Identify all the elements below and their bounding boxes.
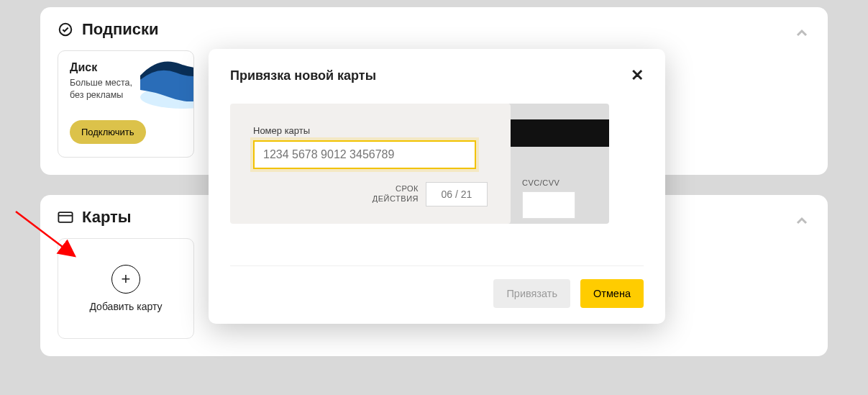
subscription-tile-disk: Диск Больше места, без рекламы Подключит… — [58, 50, 194, 158]
add-card-label: Добавить карту — [89, 301, 162, 312]
cvc-input[interactable] — [522, 191, 575, 219]
checkmark-circle-icon — [58, 22, 73, 37]
plus-circle-icon: + — [111, 265, 140, 294]
bind-card-modal: Привязка новой карты ✕ Номер карты СРОК … — [209, 49, 665, 324]
collapse-chevron-icon[interactable] — [793, 24, 810, 45]
submit-button[interactable]: Привязать — [493, 279, 570, 308]
modal-title: Привязка новой карты — [230, 68, 376, 83]
disk-art-icon — [140, 50, 194, 109]
add-card-tile[interactable]: + Добавить карту — [58, 238, 194, 339]
svg-rect-2 — [58, 212, 72, 222]
card-number-label: Номер карты — [253, 125, 488, 136]
close-icon[interactable]: ✕ — [631, 68, 644, 83]
collapse-chevron-icon[interactable] — [793, 212, 810, 232]
divider — [230, 265, 644, 266]
expiry-input[interactable] — [426, 182, 488, 206]
cancel-button[interactable]: Отмена — [580, 279, 644, 308]
subscriptions-header: Подписки — [58, 20, 810, 39]
card-front: Номер карты СРОК ДЕЙСТВИЯ — [230, 104, 511, 224]
card-icon — [58, 211, 73, 224]
subscriptions-title: Подписки — [82, 20, 159, 39]
connect-button[interactable]: Подключить — [70, 120, 146, 144]
card-number-input[interactable] — [253, 140, 476, 169]
expiry-label: СРОК ДЕЙСТВИЯ — [373, 184, 419, 204]
cards-title: Карты — [82, 208, 132, 227]
cvc-label: CVC/CVV — [522, 178, 575, 187]
